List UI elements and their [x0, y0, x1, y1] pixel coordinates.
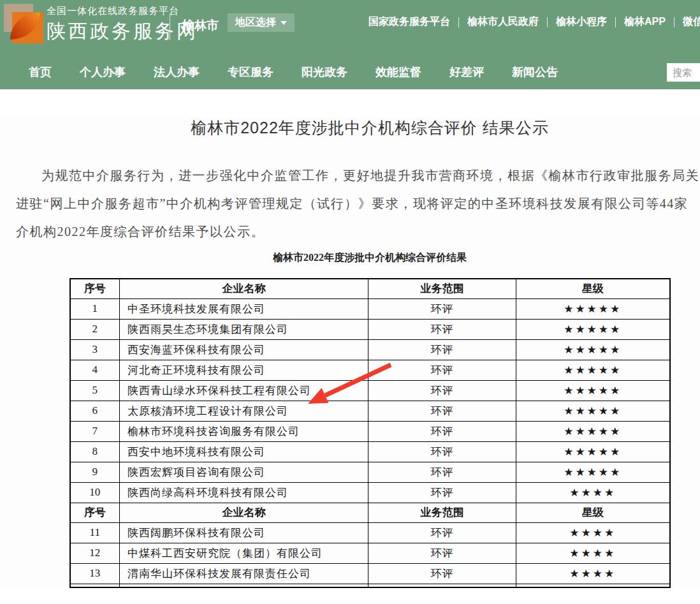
- empty-cell: [368, 584, 516, 587]
- nav-item-rating[interactable]: 好差评: [449, 64, 484, 80]
- company-name: 榆林市环境科技咨询服务有限公司: [120, 421, 368, 441]
- region-selector-label: 地区选择: [235, 16, 276, 29]
- site-logo-icon[interactable]: [4, 4, 42, 42]
- row-no: 5: [70, 380, 120, 401]
- table-row: 10陕西尚绿高科环境科技有限公司环评★★★★: [70, 482, 670, 503]
- nav-item-supervision[interactable]: 效能监督: [376, 64, 421, 80]
- business-scope: 环评: [368, 462, 516, 482]
- star-rating: ★★★★: [516, 563, 670, 584]
- link-separator: [458, 17, 459, 27]
- business-scope: 环评: [368, 298, 516, 319]
- nav-item-transparency[interactable]: 阳光政务: [302, 64, 347, 80]
- paragraph-line: 介机构2022年度综合评价结果予以公示。: [16, 217, 700, 246]
- star-rating: ★★★★★: [516, 401, 670, 421]
- company-name: 陕西宏辉项目咨询有限公司: [120, 462, 368, 482]
- evaluation-table: 序号企业名称业务范围星级1中圣环境科技发展有限公司环评★★★★★2陕西雨昊生态环…: [69, 278, 671, 588]
- business-scope: 环评: [368, 339, 516, 360]
- table-row: 11陕西阔鹏环保科技有限公司环评★★★★: [70, 522, 670, 543]
- header-top-links: 国家政务服务平台 榆林市人民政府 榆林小程序 榆林APP 微信公众号 注册: [368, 15, 700, 29]
- table-row: 5陕西青山绿水环保科技工程有限公司环评★★★★★: [70, 380, 670, 401]
- business-scope: 环评: [368, 319, 516, 339]
- link-national-platform[interactable]: 国家政务服务平台: [368, 15, 450, 29]
- page-title: 榆林市2022年度涉批中介机构综合评价 结果公示: [0, 117, 700, 138]
- link-wechat-official[interactable]: 微信公众号: [683, 15, 700, 29]
- table-row-partial: [70, 584, 670, 587]
- header-divider: [170, 13, 170, 40]
- column-header: 业务范围: [368, 503, 516, 522]
- article-paragraph: 为规范中介服务行为，进一步强化中介监管工作，更好地提升我市营商环境，根据《榆林市…: [0, 161, 700, 246]
- row-no: 10: [70, 482, 120, 503]
- chevron-down-icon: [281, 21, 287, 25]
- row-no: 8: [70, 441, 120, 462]
- table-row: 2陕西雨昊生态环境集团有限公司环评★★★★★: [70, 319, 670, 339]
- business-scope: 环评: [368, 401, 516, 421]
- star-rating: ★★★★★: [516, 360, 670, 380]
- link-yulin-miniprogram[interactable]: 榆林小程序: [556, 15, 607, 29]
- search-box: [667, 63, 700, 82]
- nav-item-personal[interactable]: 个人办事: [80, 64, 126, 80]
- link-yulin-government[interactable]: 榆林市人民政府: [467, 15, 539, 29]
- column-header: 星级: [516, 503, 670, 522]
- current-city-label: 榆林市: [182, 17, 219, 34]
- row-no: 12: [70, 543, 120, 563]
- paragraph-line: 为规范中介服务行为，进一步强化中介监管工作，更好地提升我市营商环境，根据《榆林市…: [16, 161, 700, 189]
- star-rating: ★★★★★: [516, 298, 670, 319]
- table-row: 4河北奇正环境科技有限公司环评★★★★★: [70, 360, 670, 380]
- link-separator: [547, 17, 548, 27]
- table-row: 7榆林市环境科技咨询服务有限公司环评★★★★★: [70, 421, 670, 441]
- table-row: 6太原核清环境工程设计有限公司环评★★★★★: [70, 401, 670, 421]
- table-row: 3西安海蓝环保科技有限公司环评★★★★★: [70, 339, 670, 360]
- business-scope: 环评: [368, 522, 516, 543]
- main-navigation: 首页 个人办事 法人办事 专区服务 阳光政务 效能监督 好差评 新闻公告: [0, 55, 700, 89]
- table-row: 9陕西宏辉项目咨询有限公司环评★★★★★: [70, 462, 670, 482]
- row-no: 7: [70, 421, 120, 441]
- company-name: 西安中地环境科技有限公司: [120, 441, 368, 462]
- star-rating: ★★★★★: [516, 319, 670, 339]
- table-header-row: 序号企业名称业务范围星级: [70, 279, 670, 298]
- site-brand: 全国一体化在线政务服务平台 陕西政务服务网: [47, 5, 198, 45]
- region-selector-button[interactable]: 地区选择: [228, 13, 295, 32]
- row-no: 4: [70, 360, 120, 380]
- company-name: 陕西阔鹏环保科技有限公司: [120, 522, 368, 543]
- business-scope: 环评: [368, 563, 516, 584]
- table-row: 12中煤科工西安研究院（集团）有限公司环评★★★★: [70, 543, 670, 563]
- company-name: 渭南华山环保科技发展有限责任公司: [120, 563, 368, 584]
- site-title: 陕西政务服务网: [47, 18, 198, 45]
- business-scope: 环评: [368, 482, 516, 503]
- evaluation-table-body: 序号企业名称业务范围星级1中圣环境科技发展有限公司环评★★★★★2陕西雨昊生态环…: [70, 279, 670, 587]
- company-name: 河北奇正环境科技有限公司: [120, 360, 368, 380]
- row-no: 2: [70, 319, 120, 339]
- company-name: 陕西青山绿水环保科技工程有限公司: [120, 380, 368, 401]
- nav-item-home[interactable]: 首页: [29, 64, 52, 80]
- link-separator: [674, 17, 674, 27]
- company-name: 太原核清环境工程设计有限公司: [120, 401, 368, 421]
- nav-item-zone-services[interactable]: 专区服务: [228, 64, 273, 80]
- star-rating: ★★★★★: [516, 380, 670, 401]
- column-header: 企业名称: [120, 503, 368, 522]
- column-header: 序号: [70, 279, 120, 298]
- table-row: 1中圣环境科技发展有限公司环评★★★★★: [70, 298, 670, 319]
- empty-cell: [120, 584, 368, 587]
- platform-tagline: 全国一体化在线政务服务平台: [47, 5, 198, 17]
- company-name: 西安海蓝环保科技有限公司: [120, 339, 368, 360]
- star-rating: ★★★★★: [516, 441, 670, 462]
- column-header: 企业名称: [120, 279, 368, 298]
- browser-viewport: 全国一体化在线政务服务平台 陕西政务服务网 榆林市 地区选择 国家政务服务平台 …: [0, 0, 700, 604]
- star-rating: ★★★★★: [516, 421, 670, 441]
- business-scope: 环评: [368, 543, 516, 563]
- search-input[interactable]: [667, 63, 700, 82]
- company-name: 中圣环境科技发展有限公司: [120, 298, 368, 319]
- table-row: 8西安中地环境科技有限公司环评★★★★★: [70, 441, 670, 462]
- link-separator: [615, 17, 616, 27]
- article-content: 榆林市2022年度涉批中介机构综合评价 结果公示 为规范中介服务行为，进一步强化…: [0, 117, 700, 588]
- star-rating: ★★★★★: [516, 462, 670, 482]
- nav-items: 首页 个人办事 法人办事 专区服务 阳光政务 效能监督 好差评 新闻公告: [29, 55, 558, 89]
- row-no: 3: [70, 339, 120, 360]
- nav-item-news[interactable]: 新闻公告: [512, 64, 558, 80]
- empty-cell: [516, 584, 670, 587]
- nav-item-legal-person[interactable]: 法人办事: [154, 64, 200, 80]
- company-name: 中煤科工西安研究院（集团）有限公司: [120, 543, 368, 563]
- link-yulin-app[interactable]: 榆林APP: [624, 15, 666, 29]
- column-header: 业务范围: [368, 279, 516, 298]
- business-scope: 环评: [368, 380, 516, 401]
